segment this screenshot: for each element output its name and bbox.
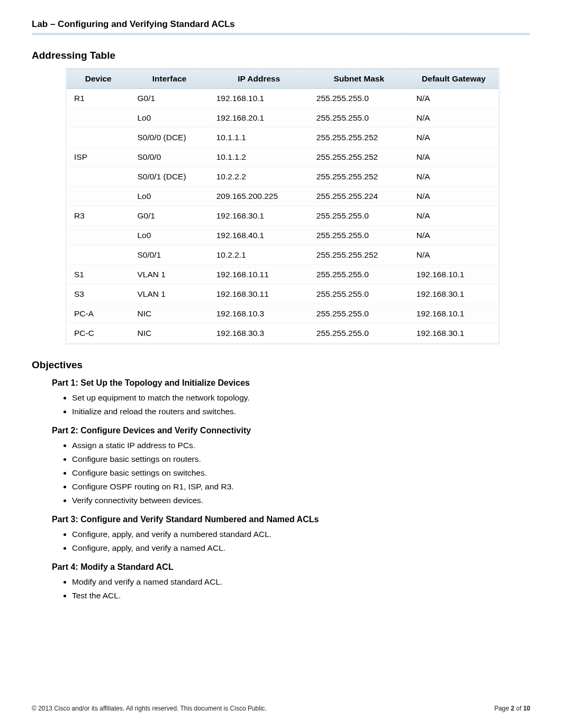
- cell-device: [67, 187, 130, 206]
- cell-mask: 255.255.255.252: [309, 148, 409, 167]
- table-header-row: Device Interface IP Address Subnet Mask …: [67, 69, 498, 89]
- table-row: ISPS0/0/010.1.1.2255.255.255.252N/A: [67, 148, 498, 167]
- footer-page-total: 10: [523, 705, 530, 712]
- cell-interface: S0/0/0: [130, 148, 209, 167]
- part-list: Assign a static IP address to PCs.Config…: [72, 439, 506, 507]
- cell-device: [67, 245, 130, 265]
- list-item: Initialize and reload the routers and sw…: [72, 405, 506, 418]
- part-title: Part 3: Configure and Verify Standard Nu…: [52, 515, 530, 524]
- list-item: Modify and verify a named standard ACL.: [72, 575, 506, 589]
- cell-device: S1: [67, 265, 130, 284]
- cell-interface: S0/0/0 (DCE): [130, 128, 209, 147]
- table-row: S0/0/110.2.2.1255.255.255.252N/A: [67, 245, 498, 265]
- cell-ip: 10.1.1.1: [209, 128, 309, 147]
- cell-mask: 255.255.255.252: [309, 167, 409, 186]
- cell-interface: NIC: [130, 304, 209, 323]
- cell-device: ISP: [67, 148, 130, 167]
- cell-device: [67, 108, 130, 128]
- list-item: Configure, apply, and verify a named ACL…: [72, 541, 506, 555]
- cell-device: PC-A: [67, 304, 130, 323]
- cell-gateway: N/A: [409, 148, 498, 167]
- cell-gateway: N/A: [409, 206, 498, 225]
- table-row: R3G0/1192.168.30.1255.255.255.0N/A: [67, 206, 498, 226]
- cell-interface: Lo0: [130, 187, 209, 206]
- cell-ip: 192.168.40.1: [209, 226, 309, 245]
- cell-ip: 10.2.2.1: [209, 245, 309, 265]
- table-row: Lo0192.168.20.1255.255.255.0N/A: [67, 108, 498, 128]
- footer-page-current: 2: [511, 705, 514, 712]
- cell-mask: 255.255.255.0: [309, 304, 409, 323]
- list-item: Test the ACL.: [72, 589, 506, 603]
- cell-mask: 255.255.255.0: [309, 285, 409, 304]
- footer-copyright: © 2013 Cisco and/or its affiliates. All …: [32, 705, 267, 712]
- list-item: Configure, apply, and verify a numbered …: [72, 527, 506, 541]
- cell-ip: 192.168.10.1: [209, 89, 309, 108]
- part-title: Part 4: Modify a Standard ACL: [52, 562, 530, 572]
- part-title: Part 1: Set Up the Topology and Initiali…: [52, 378, 530, 388]
- cell-gateway: 192.168.10.1: [409, 304, 498, 323]
- col-header-gateway: Default Gateway: [409, 69, 498, 88]
- cell-gateway: N/A: [409, 245, 498, 265]
- list-item: Set up equipment to match the network to…: [72, 391, 506, 405]
- part-list: Configure, apply, and verify a numbered …: [72, 527, 506, 555]
- cell-mask: 255.255.255.0: [309, 206, 409, 225]
- cell-ip: 192.168.20.1: [209, 108, 309, 128]
- addressing-table: Device Interface IP Address Subnet Mask …: [67, 69, 498, 343]
- footer-page-prefix: Page: [494, 705, 511, 712]
- table-row: PC-ANIC192.168.10.3255.255.255.0192.168.…: [67, 304, 498, 324]
- objectives-body: Part 1: Set Up the Topology and Initiali…: [32, 378, 530, 603]
- cell-mask: 255.255.255.0: [309, 324, 409, 343]
- list-item: Verify connectivity between devices.: [72, 494, 506, 507]
- cell-gateway: 192.168.10.1: [409, 265, 498, 284]
- cell-gateway: N/A: [409, 167, 498, 186]
- cell-ip: 192.168.10.3: [209, 304, 309, 323]
- table-row: Lo0192.168.40.1255.255.255.0N/A: [67, 226, 498, 245]
- cell-mask: 255.255.255.252: [309, 245, 409, 265]
- cell-device: [67, 226, 130, 245]
- part-title: Part 2: Configure Devices and Verify Con…: [52, 426, 530, 435]
- footer-page: Page 2 of 10: [494, 705, 530, 712]
- cell-mask: 255.255.255.224: [309, 187, 409, 206]
- cell-mask: 255.255.255.0: [309, 265, 409, 284]
- cell-ip: 192.168.30.3: [209, 324, 309, 343]
- cell-interface: VLAN 1: [130, 265, 209, 284]
- cell-ip: 192.168.10.11: [209, 265, 309, 284]
- cell-interface: Lo0: [130, 108, 209, 128]
- table-row: S3VLAN 1192.168.30.11255.255.255.0192.16…: [67, 285, 498, 304]
- table-row: Lo0209.165.200.225255.255.255.224N/A: [67, 187, 498, 206]
- objectives-heading: Objectives: [32, 359, 530, 371]
- cell-device: S3: [67, 285, 130, 304]
- page-footer: © 2013 Cisco and/or its affiliates. All …: [32, 705, 530, 712]
- cell-interface: G0/1: [130, 89, 209, 108]
- cell-device: R1: [67, 89, 130, 108]
- part-list: Set up equipment to match the network to…: [72, 391, 506, 418]
- cell-ip: 10.2.2.2: [209, 167, 309, 186]
- cell-device: [67, 167, 130, 186]
- col-header-ip: IP Address: [209, 69, 309, 88]
- cell-gateway: 192.168.30.1: [409, 285, 498, 304]
- footer-page-of: of: [514, 705, 523, 712]
- cell-interface: Lo0: [130, 226, 209, 245]
- cell-mask: 255.255.255.252: [309, 128, 409, 147]
- col-header-interface: Interface: [130, 69, 209, 88]
- cell-mask: 255.255.255.0: [309, 89, 409, 108]
- addressing-heading: Addressing Table: [32, 50, 530, 61]
- cell-ip: 192.168.30.11: [209, 285, 309, 304]
- list-item: Configure OSPF routing on R1, ISP, and R…: [72, 480, 506, 494]
- cell-gateway: N/A: [409, 89, 498, 108]
- table-row: S0/0/0 (DCE)10.1.1.1255.255.255.252N/A: [67, 128, 498, 148]
- list-item: Configure basic settings on switches.: [72, 466, 506, 480]
- cell-device: R3: [67, 206, 130, 225]
- cell-interface: S0/0/1: [130, 245, 209, 265]
- table-row: S0/0/1 (DCE)10.2.2.2255.255.255.252N/A: [67, 167, 498, 187]
- cell-gateway: N/A: [409, 128, 498, 147]
- table-body: R1G0/1192.168.10.1255.255.255.0N/ALo0192…: [67, 89, 498, 343]
- page-header-title: Lab – Configuring and Verifying Standard…: [32, 19, 530, 30]
- cell-interface: VLAN 1: [130, 285, 209, 304]
- cell-gateway: N/A: [409, 226, 498, 245]
- cell-ip: 10.1.1.2: [209, 148, 309, 167]
- col-header-device: Device: [67, 69, 130, 88]
- cell-mask: 255.255.255.0: [309, 108, 409, 128]
- table-row: R1G0/1192.168.10.1255.255.255.0N/A: [67, 89, 498, 108]
- table-row: S1VLAN 1192.168.10.11255.255.255.0192.16…: [67, 265, 498, 285]
